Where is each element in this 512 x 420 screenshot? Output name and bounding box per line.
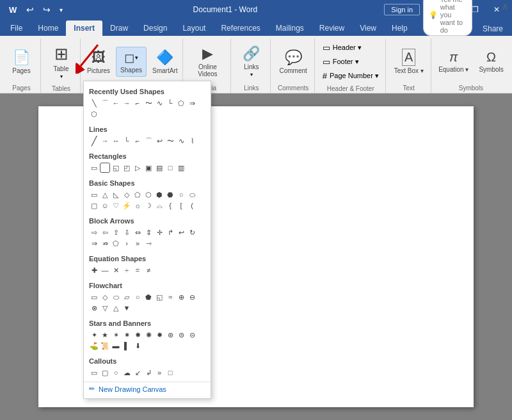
star-24pt[interactable]: ⊜ — [176, 330, 186, 340]
smartart-button[interactable]: 🔷 SmartArt — [148, 46, 182, 77]
banner-down[interactable]: ⬇ — [132, 341, 143, 351]
rect-plain[interactable]: ▭ — [89, 163, 99, 173]
share-button[interactable]: Share — [475, 22, 511, 36]
arrow-pentagon[interactable]: ⬠ — [111, 238, 121, 248]
links-button[interactable]: 🔗 Links ▾ — [238, 42, 264, 81]
line-scribble[interactable]: 〜 — [165, 136, 175, 146]
header-button[interactable]: ▭ Header ▾ — [318, 41, 383, 54]
line-curved-arrow[interactable]: ↩ — [154, 136, 164, 146]
basic-circle[interactable]: ○ — [176, 190, 186, 200]
tab-view[interactable]: View — [352, 20, 384, 36]
star-7pt[interactable]: ✷ — [122, 330, 132, 340]
eq-equal[interactable]: = — [132, 265, 143, 275]
arrow-chevron[interactable]: › — [122, 238, 132, 248]
line-arrow[interactable]: → — [100, 136, 110, 146]
banner-scroll[interactable]: 📜 — [100, 341, 110, 351]
line-freeform[interactable]: ∿ — [176, 136, 186, 146]
star-8pt[interactable]: ✸ — [132, 330, 143, 340]
shape-block-arrow[interactable]: ⇒ — [187, 98, 197, 108]
flow-summing[interactable]: ⊕ — [176, 292, 186, 302]
eq-divide[interactable]: ÷ — [122, 265, 132, 275]
flow-or[interactable]: ⊖ — [187, 292, 197, 302]
arrow-up[interactable]: ⇧ — [111, 227, 121, 238]
rect-rounded[interactable]: ⠀ — [100, 163, 110, 173]
arrow-notched[interactable]: ⇏ — [100, 238, 110, 248]
star-10pt[interactable]: ✺ — [143, 330, 154, 340]
star-32pt[interactable]: ⊝ — [187, 330, 197, 340]
rect-snip-diag[interactable]: ▷ — [132, 163, 143, 173]
callout-bent-line[interactable]: ↲ — [143, 368, 154, 378]
tell-me-search[interactable]: 💡 Tell me what you want to do — [423, 0, 472, 36]
rect-stripe[interactable]: ▤ — [154, 163, 164, 173]
callout-cloud[interactable]: ☁ — [122, 368, 132, 378]
basic-sun[interactable]: ☼ — [132, 200, 143, 211]
textbox-button[interactable]: A Text Box ▾ — [390, 45, 428, 77]
flow-merge[interactable]: ▼ — [122, 303, 132, 313]
basic-oval[interactable]: ⬭ — [187, 190, 197, 200]
rect-snip-corner[interactable]: ◰ — [122, 163, 132, 173]
star-12pt[interactable]: ✹ — [154, 330, 164, 340]
star-6pt[interactable]: ✶ — [111, 330, 121, 340]
flow-card[interactable]: ◱ — [154, 292, 164, 302]
arrow-chevron-double[interactable]: » — [132, 238, 143, 248]
shape-freeform[interactable]: ∿ — [154, 98, 164, 108]
flow-data[interactable]: ▱ — [122, 292, 132, 302]
table-button[interactable]: ⊞ Table ▾ — [49, 41, 74, 83]
tab-help[interactable]: Help — [384, 20, 415, 36]
flow-terminator[interactable]: ⬭ — [111, 292, 121, 302]
shapes-button[interactable]: ◻ ▾ Shapes — [116, 47, 147, 77]
basic-pentagon[interactable]: ⬠ — [132, 190, 143, 200]
line-curved[interactable]: ⌒ — [143, 136, 154, 146]
flow-extract[interactable]: △ — [111, 303, 121, 313]
arrow-bent[interactable]: ↱ — [165, 227, 175, 238]
arrow-right[interactable]: ⇨ — [89, 227, 99, 238]
basic-bracket[interactable]: [ — [176, 200, 186, 211]
shape-arrow-right[interactable]: → — [122, 98, 132, 108]
arrow-quad[interactable]: ✛ — [154, 227, 164, 238]
line-elbow[interactable]: └ — [122, 136, 132, 146]
sign-in-button[interactable]: Sign in — [384, 4, 420, 15]
banner-horizontal[interactable]: ▬ — [111, 341, 121, 351]
footer-button[interactable]: ▭ Footer ▾ — [318, 55, 383, 69]
tab-home[interactable]: Home — [30, 20, 66, 36]
basic-diamond[interactable]: ◇ — [122, 190, 132, 200]
banner-wave[interactable]: ⛳ — [89, 341, 99, 351]
line-straight[interactable]: ╱ — [89, 136, 99, 146]
star-16pt[interactable]: ⊛ — [165, 330, 175, 340]
arrow-ud[interactable]: ⇕ — [143, 227, 154, 238]
tab-references[interactable]: References — [213, 20, 268, 36]
basic-heart[interactable]: ♡ — [111, 200, 121, 211]
callout-accent[interactable]: » — [154, 368, 164, 378]
basic-heptagon[interactable]: ⬢ — [154, 190, 164, 200]
tab-insert[interactable]: Insert — [66, 20, 102, 36]
star-4pt[interactable]: ✦ — [89, 330, 99, 340]
callout-oval[interactable]: ○ — [111, 368, 121, 378]
basic-lightning[interactable]: ⚡ — [122, 200, 132, 211]
callout-line[interactable]: ↙ — [132, 368, 143, 378]
tab-mailings[interactable]: Mailings — [268, 20, 312, 36]
flow-sort[interactable]: ▽ — [100, 303, 110, 313]
undo-button[interactable]: ↩ — [23, 3, 37, 16]
line-squiggle[interactable]: ⌇ — [187, 136, 197, 146]
basic-rect[interactable]: ▭ — [89, 190, 99, 200]
star-5pt[interactable]: ★ — [100, 330, 110, 340]
flow-process[interactable]: ▭ — [89, 292, 99, 302]
flow-offpage[interactable]: ⬟ — [143, 292, 154, 302]
shape-squiggle[interactable]: 〜 — [143, 98, 154, 108]
arrow-down[interactable]: ⇩ — [122, 227, 132, 238]
qat-customize-button[interactable]: ▾ — [56, 5, 66, 15]
arrow-lr[interactable]: ⇔ — [132, 227, 143, 238]
flow-decision[interactable]: ◇ — [100, 292, 110, 302]
new-drawing-canvas-button[interactable]: ✏ New Drawing Canvas — [84, 382, 211, 396]
eq-multiply[interactable]: ✕ — [111, 265, 121, 275]
shape-corner[interactable]: ⌐ — [132, 98, 143, 108]
arrow-uturn[interactable]: ↩ — [176, 227, 186, 238]
callout-border[interactable]: □ — [165, 368, 175, 378]
shape-hexagon[interactable]: ⬡ — [89, 109, 99, 119]
arrow-circular[interactable]: ↻ — [187, 227, 197, 238]
shape-line[interactable]: ╲ — [89, 98, 99, 108]
basic-rounded-rect[interactable]: ▢ — [89, 200, 99, 211]
flow-collate[interactable]: ⊗ — [89, 303, 99, 313]
page-number-button[interactable]: # Page Number ▾ — [318, 69, 383, 83]
tab-review[interactable]: Review — [312, 20, 352, 36]
